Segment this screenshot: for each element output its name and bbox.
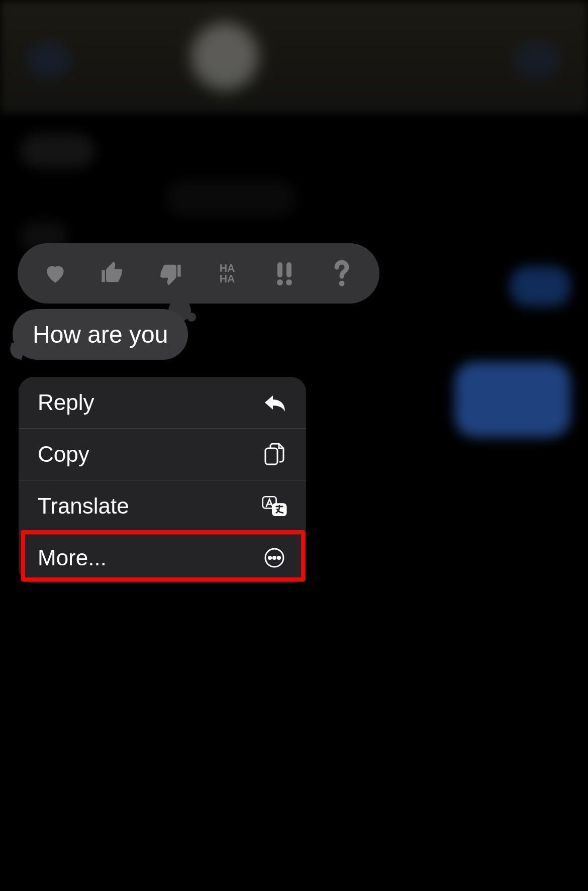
menu-item-more[interactable]: More... <box>19 532 306 583</box>
svg-point-3 <box>277 279 283 285</box>
svg-point-5 <box>286 279 292 285</box>
tapback-thumbs-down[interactable] <box>152 256 187 291</box>
tapback-tail <box>187 313 196 322</box>
menu-item-copy[interactable]: Copy <box>19 429 306 480</box>
menu-label: Reply <box>38 390 94 415</box>
svg-point-6 <box>339 281 345 286</box>
tapback-question[interactable] <box>324 256 359 291</box>
haha-icon: HA HA <box>213 261 242 286</box>
tapback-bar: HA HA <box>18 243 379 304</box>
svg-rect-2 <box>277 262 282 277</box>
question-icon <box>332 260 352 286</box>
copy-icon <box>262 442 287 467</box>
selected-message-bubble[interactable]: How are you <box>13 309 188 360</box>
bg-bubble <box>166 181 297 216</box>
reply-icon <box>262 390 287 415</box>
tapback-haha[interactable]: HA HA <box>210 256 245 291</box>
bg-bubble <box>20 133 95 168</box>
svg-point-11 <box>268 556 271 559</box>
menu-label: Translate <box>38 493 129 519</box>
svg-point-13 <box>277 556 280 559</box>
svg-text:HA: HA <box>220 273 235 285</box>
message-context-menu: Reply Copy Translate More... <box>19 377 306 583</box>
heart-icon <box>41 261 69 286</box>
bg-bubble <box>455 362 570 437</box>
bg-bubble <box>510 266 570 307</box>
menu-label: Copy <box>38 442 89 467</box>
menu-label: More... <box>38 545 107 570</box>
menu-item-translate[interactable]: Translate <box>19 480 306 532</box>
menu-item-reply[interactable]: Reply <box>19 377 306 429</box>
facetime-button-blurred <box>513 43 560 78</box>
exclaim-icon <box>273 260 296 286</box>
translate-icon <box>262 493 287 519</box>
header-blurred <box>0 0 588 113</box>
contact-avatar-blurred <box>191 23 259 90</box>
message-text: How are you <box>33 321 168 348</box>
back-button-blurred <box>28 43 70 78</box>
thumbs-up-icon <box>100 260 126 286</box>
svg-rect-7 <box>265 448 277 464</box>
tapback-heart[interactable] <box>38 256 73 291</box>
svg-rect-4 <box>286 262 291 277</box>
tapback-exclaim[interactable] <box>267 256 302 291</box>
thumbs-down-icon <box>157 260 183 286</box>
tapback-thumbs-up[interactable] <box>95 256 130 291</box>
svg-point-12 <box>273 556 275 559</box>
more-icon <box>262 545 287 570</box>
